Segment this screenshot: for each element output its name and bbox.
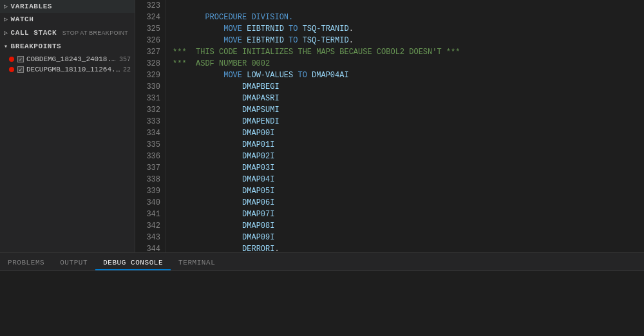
code-token: EIBTRMID (247, 36, 284, 45)
code-token (284, 24, 289, 33)
code-line: DMAPASRI (173, 93, 605, 104)
callstack-left: ▷ CALL STACK (4, 29, 57, 37)
code-token: DMAP02I (242, 152, 274, 161)
code-token (173, 140, 242, 149)
code-token (173, 1, 214, 10)
code-line: DMAP09I (173, 232, 605, 243)
code-line: DMAP03I (173, 162, 605, 174)
code-line (173, 0, 605, 12)
breakpoint-label-2: DECUPGMB_18110_11264... (26, 66, 120, 73)
watch-section-header[interactable]: ▷ WATCH (0, 13, 135, 26)
line-num: 326 (135, 35, 160, 46)
watch-label: WATCH (11, 15, 34, 23)
code-token: DMAP08I (242, 221, 274, 230)
code-token (307, 71, 312, 80)
callstack-section-header[interactable]: ▷ CALL STACK STOP AT BREAKPOINT (0, 26, 135, 40)
line-num: 342 (135, 220, 160, 232)
code-token (173, 187, 242, 196)
code-token: DMAP07I (242, 210, 274, 219)
line-num: 340 (135, 197, 160, 209)
code-token (173, 152, 242, 161)
code-token: TSQ-TERMID (303, 36, 349, 45)
line-num: 324 (135, 12, 160, 23)
code-line: DMAPBEGI (173, 81, 605, 93)
code-token (173, 94, 242, 103)
breakpoint-count-2: 22 (123, 66, 131, 73)
code-line: DMAP08I (173, 220, 605, 232)
line-numbers: 3233243253263273283293303313323333343353… (135, 0, 166, 252)
code-token: TSQ-TRANID (303, 24, 349, 33)
main-area: ▷ VARIABLES ▷ WATCH ▷ CALL STACK STOP AT… (0, 0, 644, 252)
code-line: DERRORI. (173, 243, 605, 252)
code-token: DMAP04AI (312, 71, 349, 80)
code-token (173, 36, 223, 45)
code-token: DMAPSUMI (242, 106, 279, 115)
code-token (173, 198, 242, 207)
line-num: 337 (135, 162, 160, 174)
line-num: 327 (135, 46, 160, 58)
code-token: *** THIS CODE INITIALIZES THE MAPS BECAU… (173, 48, 460, 57)
line-num: 332 (135, 104, 160, 116)
code-lines: PROCEDURE DIVISION. MOVE EIBTRNID TO TSQ… (166, 0, 605, 252)
bottom-tab-debug-console[interactable]: DEBUG CONSOLE (95, 256, 171, 270)
sidebar: ▷ VARIABLES ▷ WATCH ▷ CALL STACK STOP AT… (0, 0, 135, 252)
line-num: 329 (135, 70, 160, 81)
code-token (173, 233, 242, 242)
code-token: PROCEDURE DIVISION. (173, 13, 293, 22)
code-line: *** THIS CODE INITIALIZES THE MAPS BECAU… (173, 46, 605, 58)
breakpoints-section-header[interactable]: ▾ BREAKPOINTS (0, 40, 135, 53)
variables-section-header[interactable]: ▷ VARIABLES (0, 0, 135, 13)
breakpoints-label: BREAKPOINTS (11, 42, 62, 50)
code-token (173, 71, 223, 80)
code-token: DMAP06I (242, 198, 274, 207)
breakpoints-chevron-icon: ▾ (4, 42, 8, 50)
bottom-tab-terminal[interactable]: TERMINAL (171, 256, 223, 270)
code-token (173, 163, 242, 173)
callstack-label: CALL STACK (11, 29, 57, 37)
code-line: DMAP02I (173, 151, 605, 162)
code-token (173, 175, 242, 184)
code-scroll[interactable]: 3233243253263273283293303313323333343353… (135, 0, 644, 252)
line-num: 334 (135, 127, 160, 139)
line-num: 323 (135, 0, 160, 12)
bottom-tab-output[interactable]: OUTPUT (52, 256, 95, 270)
minimap (605, 0, 644, 252)
callstack-chevron-icon: ▷ (4, 29, 8, 37)
line-num: 325 (135, 23, 160, 35)
breakpoint-label-1: COBDEMG_18243_24018... (26, 55, 117, 63)
code-token: MOVE (223, 71, 242, 80)
code-line: DMAP04I (173, 174, 605, 185)
line-num: 344 (135, 243, 160, 252)
breakpoint-item-1[interactable]: COBDEMG_18243_24018... 357 (0, 54, 135, 64)
variables-chevron-icon: ▷ (4, 3, 8, 10)
code-line: DMAP00I (173, 127, 605, 139)
line-num: 333 (135, 116, 160, 127)
code-area: 3233243253263273283293303313323333343353… (135, 0, 644, 252)
breakpoint-item-2[interactable]: DECUPGMB_18110_11264... 22 (0, 64, 135, 75)
code-token: TO (289, 36, 298, 45)
code-token (173, 245, 242, 252)
code-token: TO (289, 24, 298, 33)
code-token: . (349, 36, 354, 45)
breakpoint-checkbox-2[interactable] (17, 66, 24, 73)
line-num: 330 (135, 81, 160, 93)
code-token (173, 210, 242, 219)
breakpoint-count-1: 357 (119, 56, 131, 63)
line-num: 328 (135, 58, 160, 70)
code-token: . (274, 245, 279, 252)
bottom-panel: PROBLEMSOUTPUTDEBUG CONSOLETERMINAL (0, 252, 644, 336)
code-token (173, 24, 223, 33)
breakpoint-checkbox-1[interactable] (17, 56, 24, 62)
code-token: DMAPBEGI (242, 82, 279, 91)
code-line: DMAP01I (173, 139, 605, 151)
code-line: DMAPSUMI (173, 104, 605, 116)
code-line: MOVE EIBTRMID TO TSQ-TERMID. (173, 35, 605, 46)
stop-at-breakpoint-button[interactable]: STOP AT BREAKPOINT (60, 28, 131, 37)
bottom-tab-problems[interactable]: PROBLEMS (0, 256, 52, 270)
code-line: DMAP05I (173, 185, 605, 197)
code-token: DMAP00I (242, 129, 274, 138)
code-line: *** ASDF NUMBER 0002 (173, 58, 605, 70)
breakpoints-list: COBDEMG_18243_24018... 357 DECUPGMB_1811… (0, 53, 135, 76)
bottom-tabs: PROBLEMSOUTPUTDEBUG CONSOLETERMINAL (0, 253, 644, 271)
code-line: MOVE LOW-VALUES TO DMAP04AI (173, 70, 605, 81)
